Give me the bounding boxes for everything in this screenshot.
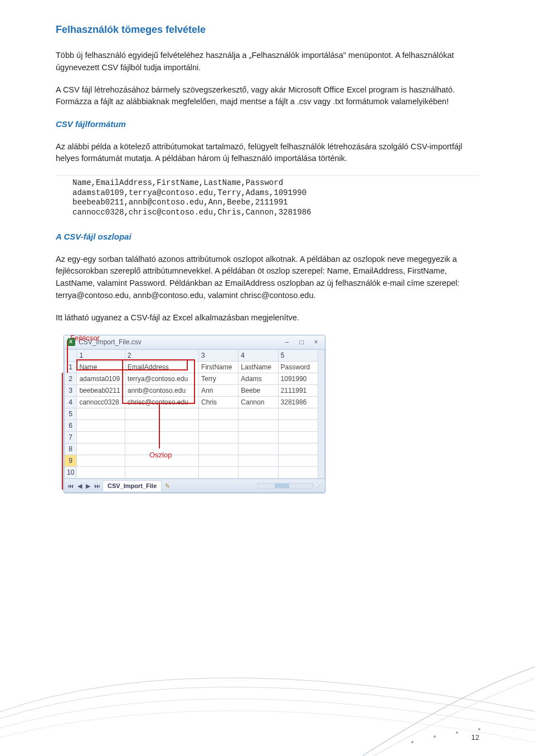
table-row: 8 xyxy=(65,443,325,455)
cell[interactable] xyxy=(278,432,318,443)
row-header[interactable]: 8 xyxy=(65,443,77,455)
svg-point-3 xyxy=(478,728,480,730)
annotation-oszlop: Oszlop xyxy=(149,450,172,461)
scrollbar-vertical[interactable] xyxy=(318,350,324,479)
cell[interactable] xyxy=(239,420,278,432)
paragraph: Az alábbi példa a kötelező attribútumoka… xyxy=(56,141,479,165)
cell[interactable] xyxy=(239,467,278,479)
table-row: 7 xyxy=(65,432,325,443)
cell[interactable]: beebeab0211 xyxy=(77,385,125,397)
sub-heading-csv-columns: A CSV-fájl oszlopai xyxy=(56,231,479,243)
cell[interactable] xyxy=(278,420,318,432)
nav-next-icon[interactable]: ▶ xyxy=(85,481,91,491)
excel-grid: 1 2 3 4 5 1 Name EmailAddress FirstName … xyxy=(64,349,325,479)
row-header[interactable]: 10 xyxy=(65,467,77,479)
maximize-icon[interactable]: □ xyxy=(296,337,307,347)
cell[interactable] xyxy=(77,455,125,467)
table-row: 4 cannocc0328 chrisc@contoso.edu Chris C… xyxy=(65,397,325,408)
table-row: 2 adamsta0109 terrya@contoso.edu Terry A… xyxy=(65,373,325,385)
cell[interactable] xyxy=(199,420,239,432)
cell[interactable]: chrisc@contoso.edu xyxy=(125,397,198,408)
cell[interactable] xyxy=(239,432,278,443)
paragraph: A CSV fájl létrehozásához bármely szöveg… xyxy=(56,84,479,109)
cell[interactable] xyxy=(125,408,198,420)
cell[interactable] xyxy=(199,455,239,467)
table-row: 1 Name EmailAddress FirstName LastName P… xyxy=(65,362,325,373)
cell[interactable] xyxy=(239,408,278,420)
cell[interactable] xyxy=(199,408,239,420)
cell[interactable] xyxy=(125,432,198,443)
cell[interactable] xyxy=(278,408,318,420)
cell[interactable] xyxy=(199,432,239,443)
cell[interactable]: Cannon xyxy=(239,397,278,408)
cell[interactable] xyxy=(239,443,278,455)
cell[interactable]: Password xyxy=(278,362,318,373)
cell[interactable]: Terry xyxy=(199,373,239,385)
cell[interactable] xyxy=(125,467,198,479)
cell[interactable]: LastName xyxy=(239,362,278,373)
cell[interactable]: EmailAddress xyxy=(125,362,198,373)
row-header[interactable]: 2 xyxy=(65,373,77,385)
cell[interactable]: Chris xyxy=(199,397,239,408)
cell[interactable]: annb@contoso.edu xyxy=(125,385,198,397)
cell[interactable] xyxy=(77,408,125,420)
excel-titlebar: CSV_Import_File.csv – □ × xyxy=(64,335,325,349)
resize-grip-icon[interactable]: ⋰ xyxy=(317,481,323,491)
svg-point-1 xyxy=(434,735,436,738)
row-header[interactable]: 1 xyxy=(65,362,77,373)
minimize-icon[interactable]: – xyxy=(281,337,293,347)
col-header[interactable]: 4 xyxy=(239,350,278,362)
paragraph: Itt látható ugyanez a CSV-fájl az Excel … xyxy=(56,312,479,324)
cell[interactable] xyxy=(278,455,318,467)
cell[interactable]: Beebe xyxy=(239,385,278,397)
nav-prev-icon[interactable]: ◀ xyxy=(76,481,83,491)
cell[interactable]: Ann xyxy=(199,385,239,397)
row-header[interactable]: 9 xyxy=(65,455,77,467)
cell[interactable] xyxy=(199,443,239,455)
cell[interactable]: adamsta0109 xyxy=(77,373,125,385)
cell[interactable] xyxy=(77,443,125,455)
cell[interactable] xyxy=(77,432,125,443)
cell[interactable] xyxy=(125,420,198,432)
table-row: 6 xyxy=(65,420,325,432)
scrollbar-horizontal[interactable] xyxy=(257,483,313,489)
corner-cell[interactable] xyxy=(65,350,77,362)
close-icon[interactable]: × xyxy=(310,337,322,347)
svg-point-2 xyxy=(456,731,458,734)
cell[interactable]: 2111991 xyxy=(278,385,318,397)
cell[interactable]: Adams xyxy=(239,373,278,385)
col-header[interactable]: 5 xyxy=(278,350,318,362)
cell[interactable]: FirstName xyxy=(199,362,239,373)
table-row: 3 beebeab0211 annb@contoso.edu Ann Beebe… xyxy=(65,385,325,397)
cell[interactable] xyxy=(239,455,278,467)
new-sheet-icon[interactable]: ✎ xyxy=(163,481,172,491)
cell[interactable] xyxy=(77,420,125,432)
cell[interactable] xyxy=(278,443,318,455)
cell[interactable] xyxy=(278,467,318,479)
cell[interactable]: cannocc0328 xyxy=(77,397,125,408)
paragraph: Az egy-egy sorban található azonos attri… xyxy=(56,253,479,302)
cell[interactable] xyxy=(77,467,125,479)
sheet-nav-arrows[interactable]: ⏮ ◀ ▶ ⏭ xyxy=(66,481,101,491)
nav-last-icon[interactable]: ⏭ xyxy=(93,481,101,491)
cell[interactable]: terrya@contoso.edu xyxy=(125,373,198,385)
row-header[interactable]: 5 xyxy=(65,408,77,420)
col-header[interactable]: 2 xyxy=(125,350,198,362)
row-header[interactable]: 3 xyxy=(65,385,77,397)
sheet-tab[interactable]: CSV_Import_File xyxy=(103,480,162,491)
row-header[interactable]: 7 xyxy=(65,432,77,443)
row-header[interactable]: 6 xyxy=(65,420,77,432)
cell[interactable]: 1091990 xyxy=(278,373,318,385)
annotation-line xyxy=(159,404,160,448)
col-header[interactable]: 3 xyxy=(199,350,239,362)
cell[interactable]: Name xyxy=(77,362,125,373)
nav-first-icon[interactable]: ⏮ xyxy=(66,481,75,491)
excel-filename: CSV_Import_File.csv xyxy=(79,337,278,347)
paragraph: Több új felhasználó egyidejű felvételéhe… xyxy=(56,50,479,74)
section-title: Felhasználók tömeges felvétele xyxy=(56,22,479,37)
table-row: 5 xyxy=(65,408,325,420)
cell[interactable]: 3281986 xyxy=(278,397,318,408)
col-header[interactable]: 1 xyxy=(77,350,125,362)
cell[interactable] xyxy=(199,467,239,479)
row-header[interactable]: 4 xyxy=(65,397,77,408)
